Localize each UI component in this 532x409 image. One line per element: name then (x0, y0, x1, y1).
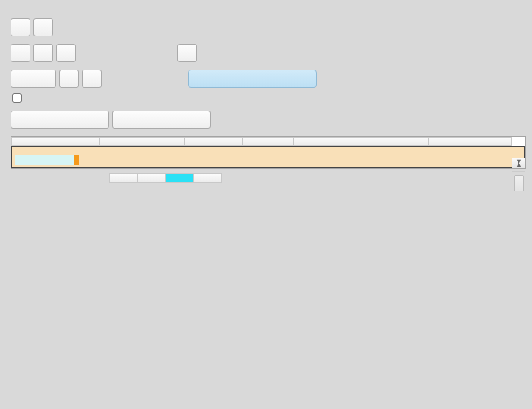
detail-price-cell (74, 155, 264, 165)
abort-pricing-button[interactable] (82, 70, 102, 88)
add-vanilla-button[interactable] (11, 44, 30, 62)
detail-price-label (15, 155, 74, 165)
totals-ask (194, 174, 221, 182)
grid-header (12, 137, 512, 145)
price-vect-button[interactable] (59, 70, 79, 88)
pricing-toolbar (11, 70, 521, 103)
totals-row (11, 173, 526, 183)
col-bid[interactable] (243, 137, 294, 145)
grid-scrollbar[interactable]: ▲ ▼ (512, 158, 525, 168)
clear-list-button[interactable] (33, 44, 53, 62)
col-spacer (429, 137, 512, 145)
price-button[interactable] (11, 70, 56, 88)
scroll-down-icon[interactable]: ▼ (512, 155, 525, 168)
totals-bid (138, 174, 166, 182)
totals-internal (166, 174, 194, 182)
scroll-thumb[interactable] (514, 175, 524, 191)
disconnect-button[interactable] (33, 18, 53, 36)
detail-price-value (74, 155, 79, 165)
connection-toolbar (11, 18, 521, 36)
stop-realtime-button[interactable] (112, 111, 211, 129)
col-id[interactable] (12, 137, 36, 145)
reset-details-button[interactable] (177, 44, 197, 62)
col-strike[interactable] (142, 137, 185, 145)
col-type[interactable] (100, 137, 142, 145)
detail-panel (11, 146, 525, 168)
col-internal[interactable] (294, 137, 368, 145)
list-toolbar (11, 44, 521, 62)
col-ask[interactable] (368, 137, 429, 145)
detail-volint-label (264, 155, 340, 165)
clear-last-button[interactable] (56, 44, 76, 62)
realtime-toolbar (11, 111, 521, 129)
col-expiry[interactable] (185, 137, 243, 145)
totals-label (110, 174, 138, 182)
detail-volint-value (340, 155, 408, 165)
progress-bar (188, 70, 317, 88)
auto-update-checkbox[interactable] (12, 93, 22, 103)
col-underlying[interactable] (36, 137, 100, 145)
connect-button[interactable] (11, 18, 30, 36)
start-realtime-button[interactable] (11, 111, 109, 129)
instrument-grid: ▲ ▼ (11, 136, 526, 169)
